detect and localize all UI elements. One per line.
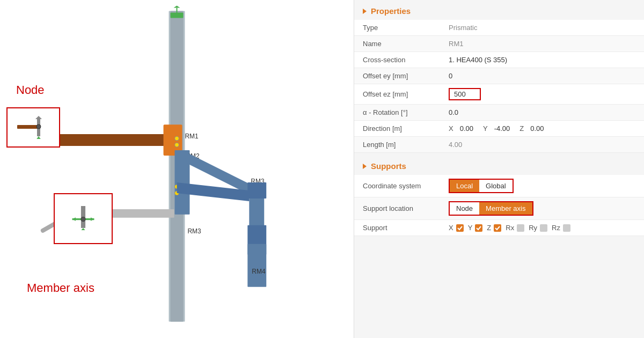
check-ry-tick[interactable] <box>540 224 547 232</box>
coordinate-system-row: Coordinate system Local Global <box>354 175 644 197</box>
check-rz-tick[interactable] <box>563 224 570 232</box>
table-row: Cross-section 1. HEA400 (S 355) <box>354 52 644 68</box>
svg-marker-29 <box>35 136 42 139</box>
local-button[interactable]: Local <box>450 180 479 192</box>
check-y-tick[interactable] <box>475 224 482 232</box>
support-location-row: Support location Node Member axis <box>354 197 644 220</box>
cross-section-label: Cross-section <box>354 52 440 68</box>
support-checks-cell: X Y <box>440 220 644 236</box>
direction-x-value: 0.00 <box>460 124 473 133</box>
direction-values: X 0.00 Y -4.00 Z 0.00 <box>440 121 644 137</box>
location-btn-group: Node Member axis <box>449 201 635 216</box>
support-location-label: Support location <box>354 197 440 220</box>
member-axis-icon <box>67 206 99 232</box>
check-rz: Rz <box>552 224 570 232</box>
supports-section-header: Supports <box>354 155 644 175</box>
direction-label: Direction [m] <box>354 121 440 137</box>
check-z: Z <box>487 224 501 232</box>
svg-point-8 <box>175 136 179 141</box>
node-icon <box>17 115 49 141</box>
supports-triangle-icon <box>363 164 367 169</box>
check-rz-label: Rz <box>552 224 560 232</box>
check-z-tick[interactable] <box>494 224 501 232</box>
check-rx: Rx <box>506 224 524 232</box>
length-label: Length [m] <box>354 137 440 153</box>
table-row: Name RM1 <box>354 36 644 52</box>
supports-section-title: Supports <box>371 161 406 171</box>
supports-table: Coordinate system Local Global Support l… <box>354 175 644 236</box>
member-axis-label: Member axis <box>27 281 94 295</box>
member-axis-button[interactable]: Member axis <box>479 202 532 215</box>
rotation-value: 0.0 <box>440 105 644 121</box>
node-button[interactable]: Node <box>450 202 479 215</box>
check-x: X <box>449 224 464 232</box>
supports-section: Supports Coordinate system Local Global … <box>354 155 644 236</box>
type-label: Type <box>354 20 440 36</box>
check-x-label: X <box>449 224 453 232</box>
svg-marker-36 <box>80 227 86 230</box>
direction-x-label: X <box>449 124 453 133</box>
check-ry: Ry <box>529 224 547 232</box>
svg-point-9 <box>175 143 179 147</box>
svg-text:RM3: RM3 <box>187 227 201 235</box>
rotation-label: α - Rotation [°] <box>354 105 440 121</box>
table-row: Type Prismatic <box>354 20 644 36</box>
check-ry-label: Ry <box>529 224 537 232</box>
check-y: Y <box>468 224 483 232</box>
name-value: RM1 <box>440 36 644 52</box>
properties-section-header: Properties <box>354 0 644 20</box>
svg-marker-28 <box>35 116 42 119</box>
properties-table: Type Prismatic Name RM1 Cross-section 1.… <box>354 20 644 153</box>
cross-section-value: 1. HEA400 (S 355) <box>440 52 644 68</box>
coordinate-system-label: Coordinate system <box>354 175 440 197</box>
svg-point-38 <box>81 217 85 221</box>
coordinate-btn-wrapper: Local Global <box>449 179 514 193</box>
svg-rect-3 <box>177 8 178 13</box>
svg-marker-35 <box>91 217 94 221</box>
support-location-buttons: Node Member axis <box>440 197 644 220</box>
properties-panel: Properties Type Prismatic Name RM1 Cross… <box>354 0 644 338</box>
viewport: RM1 RM2 RM3 RM3 RM4 <box>0 0 354 338</box>
name-label: Name <box>354 36 440 52</box>
svg-marker-34 <box>72 217 76 221</box>
global-button[interactable]: Global <box>479 180 513 192</box>
properties-triangle-icon <box>363 9 367 14</box>
table-row: Offset ey [mm] 0 <box>354 68 644 84</box>
node-label: Node <box>16 83 45 97</box>
properties-section-title: Properties <box>371 6 411 16</box>
offset-ey-label: Offset ey [mm] <box>354 68 440 84</box>
offset-ez-value[interactable]: 500 <box>449 88 481 100</box>
type-value: Prismatic <box>440 20 644 36</box>
table-row: Direction [m] X 0.00 Y -4.00 Z 0.00 <box>354 121 644 137</box>
offset-ez-cell[interactable]: 500 <box>440 84 644 105</box>
support-row: Support X Y <box>354 220 644 236</box>
check-rx-tick[interactable] <box>517 224 524 232</box>
table-row: Offset ez [mm] 500 <box>354 84 644 105</box>
check-z-label: Z <box>487 224 491 232</box>
svg-text:RM1: RM1 <box>185 133 199 140</box>
table-row: Length [m] 4.00 <box>354 137 644 153</box>
check-rx-label: Rx <box>506 224 514 232</box>
svg-rect-20 <box>247 244 266 287</box>
offset-ez-label: Offset ez [mm] <box>354 84 440 105</box>
direction-y-value: -4.00 <box>494 124 510 133</box>
svg-marker-4 <box>174 5 180 8</box>
coordinate-btn-group: Local Global <box>449 179 635 193</box>
svg-text:RM4: RM4 <box>252 268 266 275</box>
svg-point-31 <box>36 124 41 129</box>
svg-rect-26 <box>17 125 39 129</box>
table-row: α - Rotation [°] 0.0 <box>354 105 644 121</box>
svg-rect-2 <box>171 12 184 18</box>
length-value: 4.00 <box>440 137 644 153</box>
support-checks: X Y <box>449 224 635 232</box>
direction-z-value: 0.00 <box>530 124 544 133</box>
location-btn-wrapper: Node Member axis <box>449 201 533 216</box>
svg-rect-18 <box>247 182 266 199</box>
check-y-label: Y <box>468 224 473 232</box>
support-label: Support <box>354 220 440 236</box>
offset-ey-value: 0 <box>440 68 644 84</box>
check-x-tick[interactable] <box>456 224 464 232</box>
direction-z-label: Z <box>519 124 524 133</box>
node-box <box>6 107 60 148</box>
member-axis-box <box>54 193 113 244</box>
